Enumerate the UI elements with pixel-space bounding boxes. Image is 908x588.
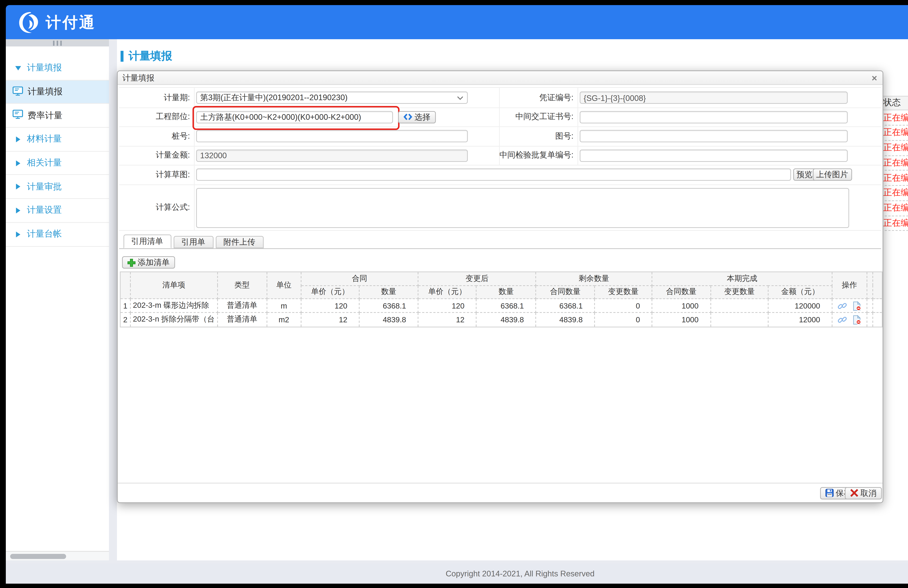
record-row: 正在编辑 <box>881 171 908 186</box>
voucher-no-field[interactable]: {SG-1}-{3}-{0008} <box>579 92 847 104</box>
measure-period-select[interactable]: 第3期(正在计量中)(20190201--20190230) <box>196 92 467 104</box>
select-part-button[interactable]: 选择 <box>398 111 435 123</box>
monitor-icon <box>12 86 23 98</box>
page-footer: Copyright 2014-2021, All Rights Reserved <box>6 563 908 584</box>
attachment-icon[interactable] <box>837 301 847 311</box>
chevron-down-icon <box>457 95 463 100</box>
brand-logo-icon <box>18 11 41 34</box>
remove-item-icon[interactable] <box>852 301 861 311</box>
attachment-icon[interactable] <box>837 315 847 325</box>
project-part-field[interactable]: 土方路基(K0+000~K2+000)(K0+000-K2+000) <box>196 111 393 123</box>
col-action: 操作 <box>832 272 867 299</box>
record-status: 正在编辑 <box>883 216 908 230</box>
chevron-right-icon <box>16 137 20 142</box>
sidebar-item-jiliang-tianbao-group[interactable]: 计量填报 <box>6 56 109 80</box>
record-row: 正在编辑 <box>881 216 908 231</box>
title-accent-bar <box>121 51 124 62</box>
record-row: 正在编辑 <box>881 141 908 156</box>
remove-item-icon[interactable] <box>852 315 861 325</box>
table-row: 1 202-3-m 碟形边沟拆除 普通清单 m 120 6368.1 120 6… <box>120 299 882 313</box>
record-status: 正在编辑 <box>883 125 908 140</box>
upload-image-button[interactable]: 上传图片 <box>813 169 852 181</box>
voucher-no-label: 凭证编号: <box>499 88 577 107</box>
dialog-footer-divider <box>117 483 882 484</box>
monitor-icon <box>12 110 23 121</box>
record-status: 正在编辑 <box>883 171 908 185</box>
sidebar-grip[interactable] <box>6 39 109 47</box>
row-actions <box>832 299 867 313</box>
scrollbar-thumb[interactable] <box>10 554 66 559</box>
sidebar-item-jiliang-taizhang[interactable]: 计量台帐 <box>6 223 109 246</box>
sidebar-horizontal-scrollbar[interactable] <box>6 551 109 561</box>
record-row: 正在编辑 <box>881 201 908 216</box>
col-item: 清单项 <box>130 272 217 299</box>
tab-quoted-form[interactable]: 引用单 <box>173 236 213 248</box>
interim-cert-field[interactable] <box>579 111 847 123</box>
measure-amount-field[interactable]: 132000 <box>196 149 467 162</box>
brand: 计付通 <box>6 11 96 34</box>
pile-no-label: 桩号: <box>119 126 193 146</box>
add-list-item-button[interactable]: 添加清单 <box>122 256 175 268</box>
col-type: 类型 <box>217 272 267 299</box>
chevron-right-icon <box>16 184 20 190</box>
top-bar: 计付通 通知 管理员 <box>6 5 908 39</box>
project-part-label: 工程部位: <box>119 107 193 126</box>
formula-textarea[interactable] <box>196 188 849 228</box>
col-index <box>120 272 130 299</box>
chevron-right-icon <box>16 231 20 237</box>
interim-cert-label: 中间交工证书号: <box>499 107 577 126</box>
record-row: 正在编辑 <box>881 186 908 201</box>
sidebar-menu: 计量填报 计量填报 费率计量 材料计量 相关计量 <box>6 56 109 246</box>
col-unit: 单位 <box>267 272 301 299</box>
measure-amount-label: 计量金额: <box>119 146 193 165</box>
chevron-down-icon <box>15 66 21 70</box>
drawing-no-label: 图号: <box>499 126 577 146</box>
quoted-list-table: 清单项 类型 单位 合同 变更后 剩余数量 本期完成 操作 单价（元） 数量 单… <box>120 272 882 327</box>
status-column-header: 状态 <box>883 96 901 110</box>
preview-button[interactable]: 预览 <box>793 169 816 181</box>
tab-attachment-upload[interactable]: 附件上传 <box>216 236 263 248</box>
inspection-no-field[interactable] <box>579 149 847 162</box>
record-status: 正在编辑 <box>883 111 908 125</box>
plus-icon <box>127 258 135 267</box>
sketch-label: 计算草图: <box>119 165 193 184</box>
cancel-icon <box>850 488 858 497</box>
measure-period-label: 计量期: <box>119 88 193 107</box>
row-actions <box>832 313 867 327</box>
drawing-no-field[interactable] <box>579 130 847 142</box>
sidebar-item-jiliang-shenpi[interactable]: 计量审批 <box>6 175 109 199</box>
save-icon <box>825 488 834 497</box>
app-window: 计付通 通知 管理员 Copyright 2014-2021, A <box>0 0 908 588</box>
dialog-tabs: 引用清单 引用单 附件上传 <box>123 235 263 248</box>
col-filler <box>873 272 882 299</box>
tab-quoted-list[interactable]: 引用清单 <box>123 235 171 248</box>
table-row: 2 202-3-n 拆除分隔带（台 普通清单 m2 12 4839.8 12 4… <box>120 313 882 327</box>
dialog-form: 计量期: 第3期(正在计量中)(20190201--20190230) 凭证编号… <box>119 87 881 231</box>
sidebar-item-jiliang-tianbao[interactable]: 计量填报 <box>6 80 109 104</box>
close-icon[interactable]: × <box>872 73 877 82</box>
sidebar-item-cailiao-jiliang[interactable]: 材料计量 <box>6 128 109 151</box>
cancel-button[interactable]: 取消 <box>844 487 882 499</box>
sidebar: 计量填报 计量填报 费率计量 材料计量 相关计量 <box>6 39 109 561</box>
col-stub <box>867 272 873 299</box>
group-after-change: 变更后 <box>418 272 536 285</box>
record-status: 正在编辑 <box>883 156 908 170</box>
group-current-period: 本期完成 <box>652 272 832 285</box>
record-status: 正在编辑 <box>883 201 908 215</box>
record-row: 正在编辑 <box>881 111 908 125</box>
dialog-title-bar: 计量填报 × <box>117 71 882 85</box>
group-contract: 合同 <box>301 272 418 285</box>
record-status: 正在编辑 <box>883 186 908 200</box>
sidebar-item-jiliang-shezhi[interactable]: 计量设置 <box>6 199 109 223</box>
measure-entry-dialog: 计量填报 × 计量期: 第3期(正在计量中)(20190201--2019023… <box>117 71 883 503</box>
sketch-field[interactable] <box>196 169 791 181</box>
double-chevron-icon <box>403 113 412 120</box>
sidebar-item-xiangguan-jiliang[interactable]: 相关计量 <box>6 151 109 175</box>
sidebar-item-feilv-jiliang[interactable]: 费率计量 <box>6 104 109 128</box>
page-title: 计量填报 <box>121 49 172 63</box>
tabs-divider <box>119 248 881 249</box>
pile-no-field[interactable] <box>196 130 467 142</box>
records-table-header: 状态 操作 <box>881 95 908 111</box>
record-row: 正在编辑 <box>881 156 908 171</box>
records-table: 状态 操作 正在编辑 <box>881 95 908 231</box>
